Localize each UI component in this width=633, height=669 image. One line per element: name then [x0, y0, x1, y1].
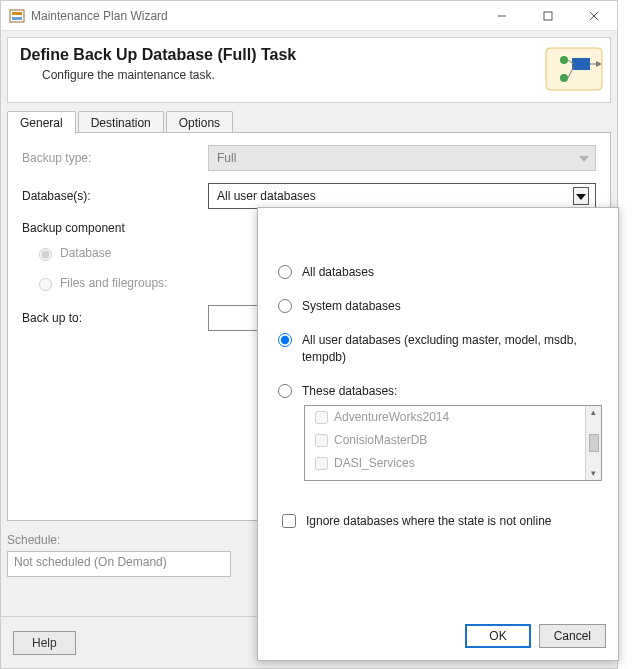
minimize-button[interactable]	[479, 1, 525, 31]
svg-marker-16	[576, 194, 586, 200]
svg-rect-1	[12, 12, 22, 15]
svg-marker-15	[579, 156, 589, 162]
scroll-down-icon[interactable]: ▾	[591, 469, 596, 478]
window-title: Maintenance Plan Wizard	[31, 9, 479, 23]
ignore-offline-checkbox[interactable]: Ignore databases where the state is not …	[278, 511, 602, 531]
tabstrip: General Destination Options	[7, 109, 611, 133]
banner-subtext: Configure the maintenance task.	[20, 68, 598, 82]
databases-select[interactable]: All user databases	[208, 183, 596, 209]
db-list-item[interactable]: GoDemo	[305, 475, 585, 480]
svg-rect-2	[12, 17, 22, 20]
svg-rect-8	[572, 58, 590, 70]
app-icon	[9, 8, 25, 24]
maintenance-plan-wizard-window: Maintenance Plan Wizard Define Back Up D…	[0, 0, 618, 669]
chevron-down-icon[interactable]	[573, 187, 589, 205]
backup-type-label: Backup type:	[22, 151, 208, 165]
db-list-item[interactable]: DASI_Services	[305, 452, 585, 475]
svg-rect-0	[10, 10, 24, 22]
wizard-icon	[544, 44, 604, 94]
databases-dropdown-panel: All databases System databases All user …	[257, 207, 619, 661]
ok-button[interactable]: OK	[465, 624, 530, 648]
list-scrollbar[interactable]: ▴ ▾	[585, 406, 601, 480]
chevron-down-icon	[579, 151, 589, 165]
maximize-button[interactable]	[525, 1, 571, 31]
svg-point-10	[560, 74, 568, 82]
opt-all-user-databases[interactable]: All user databases (excluding master, mo…	[278, 332, 602, 364]
opt-these-databases[interactable]: These databases:	[278, 383, 602, 399]
close-button[interactable]	[571, 1, 617, 31]
svg-point-9	[560, 56, 568, 64]
titlebar: Maintenance Plan Wizard	[1, 1, 617, 31]
banner-heading: Define Back Up Database (Full) Task	[20, 46, 598, 64]
tab-destination[interactable]: Destination	[78, 111, 164, 134]
db-list-item[interactable]: AdventureWorks2014	[305, 406, 585, 429]
cancel-button[interactable]: Cancel	[539, 624, 606, 648]
svg-rect-4	[544, 12, 552, 20]
schedule-value-box: Not scheduled (On Demand)	[7, 551, 231, 577]
opt-system-databases[interactable]: System databases	[278, 298, 602, 314]
databases-label: Database(s):	[22, 189, 208, 203]
scroll-thumb[interactable]	[589, 434, 599, 452]
backup-to-label: Back up to:	[22, 311, 208, 325]
backup-type-select: Full	[208, 145, 596, 171]
help-button[interactable]: Help	[13, 631, 76, 655]
db-list-item[interactable]: ConisioMasterDB	[305, 429, 585, 452]
databases-value: All user databases	[217, 189, 316, 203]
tab-general[interactable]: General	[7, 111, 76, 134]
opt-all-databases[interactable]: All databases	[278, 264, 602, 280]
task-banner: Define Back Up Database (Full) Task Conf…	[7, 37, 611, 103]
backup-type-value: Full	[217, 151, 236, 165]
scroll-up-icon[interactable]: ▴	[591, 408, 596, 417]
tab-options[interactable]: Options	[166, 111, 233, 134]
database-list: AdventureWorks2014 ConisioMasterDB DASI_…	[304, 405, 602, 481]
